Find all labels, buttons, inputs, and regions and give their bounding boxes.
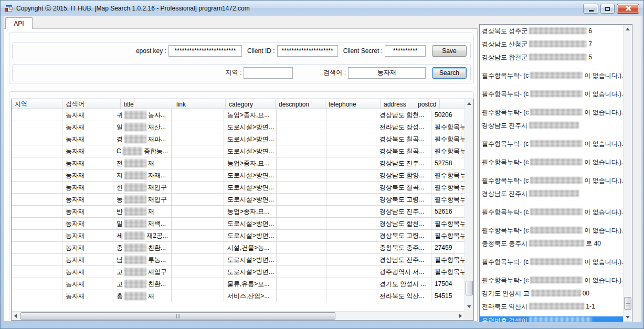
blurred-text bbox=[123, 147, 142, 155]
minimize-button[interactable] bbox=[583, 4, 598, 14]
scroll-down-icon[interactable] bbox=[467, 305, 471, 308]
cell-category: 도로시설>방면... bbox=[224, 266, 277, 278]
cell-link bbox=[172, 194, 224, 205]
table-row[interactable]: 농자재 충친환... 시설,건물>농... 충청북도 충주... 27459 bbox=[12, 242, 464, 254]
scroll-left-icon[interactable] bbox=[14, 314, 17, 318]
log-item[interactable]: 충청북도 충주시로 40 bbox=[482, 237, 623, 250]
table-row[interactable]: 농자재 일재백... 도로시설>방면... 경상남도 합천... 필수항목누락 bbox=[12, 218, 464, 230]
column-header[interactable]: telephone bbox=[325, 99, 381, 109]
log-item[interactable]: 우편번호 검색이 bbox=[480, 316, 623, 322]
cell-link bbox=[172, 254, 224, 266]
log-item[interactable]: 경상남도 합천군5 bbox=[482, 51, 623, 64]
table-row[interactable]: 농자재 세재2공... 도로시설>방면... 경상북도 고령... 필수항목누락 bbox=[12, 230, 464, 242]
log-vscroll-thumb[interactable] bbox=[624, 297, 631, 310]
table-row[interactable]: 농자재 고친환... 물류,유통>보... 경기도 안성시 ... 17504 bbox=[12, 278, 464, 290]
save-button[interactable]: Save bbox=[432, 45, 467, 57]
column-header[interactable]: postcd bbox=[415, 99, 440, 109]
log-item[interactable]: 경상남도 산청군7 bbox=[482, 38, 623, 51]
table-row[interactable]: 농자재 반재 농업>종자,묘... 경상남도 진주... 52616 bbox=[12, 206, 464, 218]
table-row[interactable]: 농자재 고재입구 도로시설>방면... 광주광역시 서... 필수항목누락 bbox=[12, 266, 464, 278]
log-item[interactable]: 필수항목누락- (c이 없습니다.). bbox=[482, 88, 623, 101]
column-header[interactable]: 검색어 bbox=[62, 99, 121, 109]
blurred-text bbox=[529, 317, 592, 322]
log-item[interactable]: 경상남도 진주시 bbox=[482, 119, 623, 132]
column-header[interactable]: address bbox=[381, 99, 415, 109]
table-vertical-scrollbar[interactable] bbox=[464, 99, 473, 311]
cell-postcd: 필수항목누락 bbox=[431, 254, 464, 266]
log-item[interactable]: 필수항목누락- (c이 없습니다.). bbox=[482, 224, 623, 237]
grip-icon bbox=[626, 303, 630, 304]
column-header[interactable]: 지역 bbox=[12, 99, 62, 109]
cell-link bbox=[172, 109, 224, 121]
cell-description bbox=[277, 206, 326, 217]
client-id-input[interactable] bbox=[277, 45, 338, 57]
scroll-right-icon[interactable] bbox=[459, 314, 462, 318]
cell-keyword: 농자재 bbox=[62, 121, 113, 133]
cell-postcd: 필수항목누락 bbox=[431, 169, 464, 181]
cell-keyword: 농자재 bbox=[62, 266, 113, 278]
log-item[interactable]: 필수항목누락- (c이 없습니다.). bbox=[482, 106, 623, 119]
column-header[interactable]: category bbox=[226, 99, 276, 109]
scroll-up-icon[interactable] bbox=[467, 102, 471, 105]
tab-api[interactable]: API bbox=[5, 17, 33, 29]
table-horizontal-scrollbar[interactable] bbox=[12, 311, 464, 320]
log-item[interactable]: 필수항목누락- (c이 없습니다.). bbox=[482, 274, 623, 287]
log-item[interactable]: 필수항목누락- (c이 없습니다.). bbox=[482, 69, 623, 82]
table-hscroll-thumb[interactable] bbox=[20, 312, 335, 320]
column-header[interactable]: description bbox=[276, 99, 325, 109]
table-row[interactable]: 농자재 남루농... 도로시설>방면... 경상남도 진주... 필수항목누락 bbox=[12, 254, 464, 266]
cell-category: 도로시설>방면... bbox=[224, 194, 277, 205]
table-row[interactable]: 농자재 전재 농업>종자,묘... 경상남도 진주... 52758 bbox=[12, 157, 464, 169]
table-row[interactable]: 농자재 경재파... 도로시설>방면... 경상북도 칠곡... 필수항목누락 bbox=[12, 133, 464, 145]
keyword-input[interactable] bbox=[348, 67, 426, 79]
scroll-down-icon[interactable] bbox=[626, 316, 630, 319]
client-secret-input[interactable] bbox=[385, 45, 426, 57]
epost-key-label: epost key : bbox=[136, 47, 166, 55]
cell-title: C종합농... bbox=[113, 145, 172, 157]
table-row[interactable]: 농자재 일재산... 도로시설>방면... 전라남도 장성... 필수항목누락 bbox=[12, 121, 464, 133]
cell-keyword: 농자재 bbox=[62, 109, 113, 121]
title-bar[interactable]: Copyright ⓒ 2015. IT HUB. [Map Search 1.… bbox=[1, 1, 643, 16]
table-row[interactable]: 농자재 지자재... 도로시설>방면... 경상남도 함양... 필수항목누락 bbox=[12, 169, 464, 182]
cell-postcd: 필수항목누락 bbox=[431, 133, 464, 145]
cell-category: 도로시설>방면... bbox=[224, 133, 277, 145]
client-id-label: Client ID : bbox=[247, 47, 275, 55]
log-item[interactable]: 필수항목누락- (c이 없습니다.). bbox=[482, 174, 623, 187]
log-item[interactable]: 경상남도 진주시 bbox=[482, 187, 623, 200]
log-vertical-scrollbar[interactable] bbox=[623, 25, 632, 322]
cell-category: 도로시설>방면... bbox=[224, 121, 277, 133]
cell-keyword: 농자재 bbox=[62, 254, 113, 266]
cell-telephone bbox=[326, 145, 376, 157]
table-row[interactable]: 농자재 귀농자... 농업>종자,묘... 경상남도 합천... 50206 bbox=[12, 109, 464, 121]
blurred-text bbox=[531, 290, 581, 296]
table-row[interactable]: 농자재 C종합농... 도로시설>방면... 경상북도 칠곡... 필수항목누락 bbox=[12, 145, 464, 157]
log-item[interactable]: 경상북도 성주군6 bbox=[482, 25, 623, 38]
log-item[interactable]: 필수항목누락- (c이 없습니다.). bbox=[482, 206, 623, 219]
column-header[interactable]: title bbox=[121, 99, 173, 109]
key-row: epost key : Client ID : Client Secret : … bbox=[12, 42, 471, 59]
search-button[interactable]: Search bbox=[432, 67, 467, 79]
maximize-button[interactable] bbox=[600, 4, 615, 14]
column-header[interactable]: link bbox=[173, 99, 226, 109]
client-area: API epost key : Client ID : Client Secre… bbox=[4, 16, 641, 322]
cell-telephone bbox=[326, 169, 376, 181]
cell-category: 시설,건물>농... bbox=[224, 242, 277, 253]
cell-postcd: 50206 bbox=[431, 109, 464, 121]
blurred-text bbox=[529, 240, 584, 247]
log-item[interactable]: 필수항목누락- (c이 없습니다.). bbox=[482, 156, 623, 169]
table-vscroll-thumb[interactable] bbox=[466, 281, 473, 295]
log-item[interactable]: 필수항목누락- (c이 없습니다.). bbox=[482, 256, 623, 269]
log-item[interactable]: 전라북도 익산시1-1 bbox=[482, 300, 623, 313]
scroll-up-icon[interactable] bbox=[626, 28, 630, 30]
log-item[interactable]: 필수항목누락- (c이 없습니다.). bbox=[482, 137, 623, 151]
table-row[interactable]: 농자재 한재입구 도로시설>방면... 경상북도 칠곡... 필수항목누락 bbox=[12, 182, 464, 194]
cell-region bbox=[12, 145, 62, 157]
table-row[interactable]: 농자재 홍재 서비스,산업>... 전라북도 익산... 54515 bbox=[12, 290, 464, 302]
close-button[interactable] bbox=[617, 4, 639, 14]
cell-description bbox=[277, 218, 326, 229]
blurred-text bbox=[124, 219, 146, 228]
table-row[interactable]: 농자재 동재입구 도로시설>방면... 경상북도 고령... 필수항목누락 bbox=[12, 194, 464, 206]
log-item[interactable]: 경기도 안성시 고00 bbox=[482, 287, 623, 300]
region-input[interactable] bbox=[244, 67, 293, 79]
epost-key-input[interactable] bbox=[168, 45, 242, 57]
